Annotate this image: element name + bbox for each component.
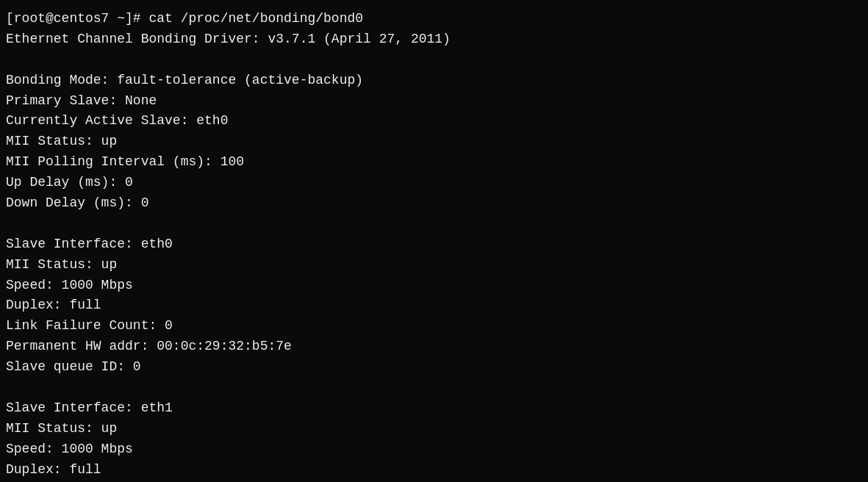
terminal-line: Ethernet Channel Bonding Driver: v3.7.1 … <box>6 29 862 50</box>
terminal-line: MII Status: up <box>6 132 862 152</box>
terminal-line <box>6 378 862 398</box>
terminal-line: Speed: 1000 Mbps <box>6 276 862 296</box>
terminal-line: Slave Interface: eth1 <box>6 398 862 419</box>
terminal-line: Primary Slave: None <box>6 91 862 112</box>
terminal-line <box>6 50 862 71</box>
terminal-line: Slave Interface: eth0 <box>6 234 862 255</box>
terminal-line: [root@centos7 ~]# cat /proc/net/bonding/… <box>6 9 862 29</box>
terminal-line: Permanent HW addr: 00:0c:29:32:b5:7e <box>6 337 862 357</box>
terminal-line: MII Polling Interval (ms): 100 <box>6 152 862 173</box>
terminal-line <box>6 214 862 234</box>
terminal-line: Duplex: full <box>6 460 862 481</box>
terminal-line: MII Status: up <box>6 255 862 276</box>
terminal-line: Duplex: full <box>6 295 862 316</box>
terminal-line: Currently Active Slave: eth0 <box>6 111 862 132</box>
terminal-line: Link Failure Count: 0 <box>6 316 862 337</box>
terminal-line: Down Delay (ms): 0 <box>6 193 862 214</box>
terminal-output: [root@centos7 ~]# cat /proc/net/bonding/… <box>6 9 862 482</box>
terminal-line: Up Delay (ms): 0 <box>6 173 862 193</box>
terminal-line: Slave queue ID: 0 <box>6 357 862 378</box>
terminal-line: MII Status: up <box>6 419 862 439</box>
terminal-line: Bonding Mode: fault-tolerance (active-ba… <box>6 71 862 91</box>
terminal-line: Speed: 1000 Mbps <box>6 439 862 460</box>
